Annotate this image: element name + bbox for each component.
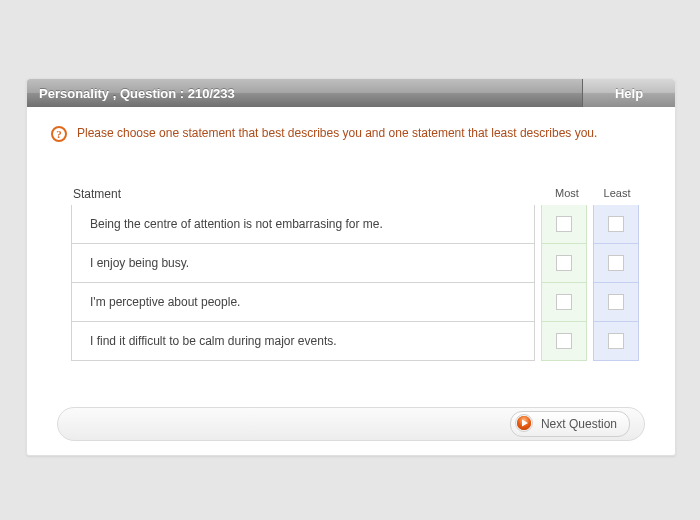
- least-cell: [593, 283, 639, 322]
- statement-text: I'm perceptive about people.: [71, 283, 535, 322]
- table-header: Statment Most Least: [71, 187, 639, 201]
- help-circle-icon: ?: [51, 126, 71, 145]
- header-bar: Personality , Question : 210/233 Help: [27, 79, 675, 107]
- help-button[interactable]: Help: [583, 79, 675, 107]
- most-checkbox[interactable]: [556, 216, 572, 232]
- least-checkbox[interactable]: [608, 255, 624, 271]
- col-header-statement: Statment: [71, 187, 539, 201]
- instruction-row: ? Please choose one statement that best …: [51, 125, 651, 145]
- statement-text: I enjoy being busy.: [71, 244, 535, 283]
- svg-text:?: ?: [56, 128, 62, 140]
- most-cell: [541, 244, 587, 283]
- most-cell: [541, 283, 587, 322]
- table-row: Being the centre of attention is not emb…: [71, 205, 639, 244]
- statement-text: I find it difficult to be calm during ma…: [71, 322, 535, 361]
- least-checkbox[interactable]: [608, 294, 624, 310]
- most-checkbox[interactable]: [556, 255, 572, 271]
- instruction-text: Please choose one statement that best de…: [71, 125, 651, 142]
- next-question-button[interactable]: Next Question: [510, 411, 630, 437]
- most-cell: [541, 205, 587, 244]
- statement-text: Being the centre of attention is not emb…: [71, 205, 535, 244]
- question-panel: Personality , Question : 210/233 Help ? …: [26, 78, 676, 456]
- col-header-least: Least: [595, 187, 639, 201]
- page-title: Personality , Question : 210/233: [27, 79, 583, 107]
- col-header-most: Most: [545, 187, 589, 201]
- next-question-label: Next Question: [541, 417, 617, 431]
- footer-bar: Next Question: [57, 407, 645, 441]
- least-checkbox[interactable]: [608, 333, 624, 349]
- least-cell: [593, 322, 639, 361]
- table-row: I enjoy being busy.: [71, 244, 639, 283]
- least-cell: [593, 244, 639, 283]
- least-checkbox[interactable]: [608, 216, 624, 232]
- statements-table: Statment Most Least Being the centre of …: [71, 187, 639, 361]
- table-row: I find it difficult to be calm during ma…: [71, 322, 639, 361]
- least-cell: [593, 205, 639, 244]
- most-cell: [541, 322, 587, 361]
- most-checkbox[interactable]: [556, 294, 572, 310]
- table-row: I'm perceptive about people.: [71, 283, 639, 322]
- play-icon: [515, 414, 533, 435]
- most-checkbox[interactable]: [556, 333, 572, 349]
